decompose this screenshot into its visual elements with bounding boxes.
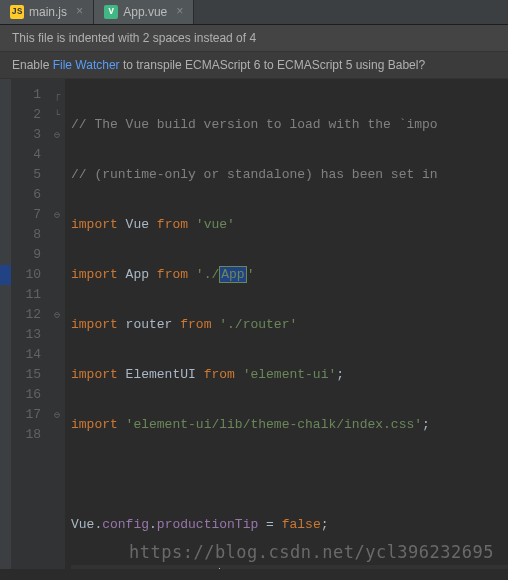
line-number[interactable]: 18: [17, 425, 41, 445]
file-watcher-notification-bar[interactable]: Enable File Watcher to transpile ECMAScr…: [0, 52, 508, 79]
tab-main-js[interactable]: JS main.js ×: [0, 0, 94, 24]
tab-app-vue[interactable]: V App.vue ×: [94, 0, 194, 24]
line-number[interactable]: 5: [17, 165, 41, 185]
selection-marker: [0, 265, 11, 285]
notification-prefix: Enable: [12, 58, 53, 72]
line-number[interactable]: 9: [17, 245, 41, 265]
code-line: import App from './App': [71, 265, 508, 285]
close-icon[interactable]: ×: [76, 5, 83, 19]
fold-marker-icon[interactable]: ⊖: [49, 405, 65, 425]
line-number[interactable]: 6: [17, 185, 41, 205]
line-number[interactable]: 14: [17, 345, 41, 365]
code-line: import 'element-ui/lib/theme-chalk/index…: [71, 415, 508, 435]
line-number-gutter: 1 2 3 4 5 6 7 8 9 10 11 12 13 14 15 16 1…: [11, 79, 49, 569]
close-icon[interactable]: ×: [176, 5, 183, 19]
line-number[interactable]: 17: [17, 405, 41, 425]
line-number[interactable]: 7: [17, 205, 41, 225]
notification-text: This file is indented with 2 spaces inst…: [12, 31, 256, 45]
editor-left-strip: [0, 79, 11, 569]
line-number[interactable]: 3: [17, 125, 41, 145]
fold-marker-icon[interactable]: └: [49, 105, 65, 125]
watermark-text: https://blog.csdn.net/ycl396232695: [129, 542, 494, 562]
fold-marker-icon[interactable]: ⊖: [49, 305, 65, 325]
tab-label: main.js: [29, 5, 67, 19]
code-line-current: Vue.use(ElementUI);: [71, 565, 508, 569]
code-line: import ElementUI from 'element-ui';: [71, 365, 508, 385]
notification-suffix: to transpile ECMAScript 6 to ECMAScript …: [120, 58, 425, 72]
code-editor[interactable]: 1 2 3 4 5 6 7 8 9 10 11 12 13 14 15 16 1…: [0, 79, 508, 569]
code-content[interactable]: // The Vue build version to load with th…: [65, 79, 508, 569]
code-line: // The Vue build version to load with th…: [71, 115, 508, 135]
line-number[interactable]: 10: [17, 265, 41, 285]
code-line: [71, 465, 508, 485]
fold-marker-icon[interactable]: ⊖: [49, 205, 65, 225]
code-line: import router from './router': [71, 315, 508, 335]
fold-marker-icon[interactable]: ┌: [49, 85, 65, 105]
code-line: // (runtime-only or standalone) has been…: [71, 165, 508, 185]
fold-gutter: ┌ └ ⊖ ⊖ ⊖ ⊖: [49, 79, 65, 569]
code-line: Vue.config.productionTip = false;: [71, 515, 508, 535]
line-number[interactable]: 15: [17, 365, 41, 385]
javascript-file-icon: JS: [10, 5, 24, 19]
file-watcher-link[interactable]: File Watcher: [53, 58, 120, 72]
text-cursor: [219, 568, 220, 569]
code-line: import Vue from 'vue': [71, 215, 508, 235]
fold-marker-icon[interactable]: ⊖: [49, 125, 65, 145]
vue-file-icon: V: [104, 5, 118, 19]
line-number[interactable]: 11: [17, 285, 41, 305]
line-number[interactable]: 4: [17, 145, 41, 165]
indent-notification-bar[interactable]: This file is indented with 2 spaces inst…: [0, 25, 508, 52]
line-number[interactable]: 8: [17, 225, 41, 245]
line-number[interactable]: 12: [17, 305, 41, 325]
editor-tabs: JS main.js × V App.vue ×: [0, 0, 508, 25]
line-number[interactable]: 2: [17, 105, 41, 125]
tab-label: App.vue: [123, 5, 167, 19]
line-number[interactable]: 13: [17, 325, 41, 345]
line-number[interactable]: 16: [17, 385, 41, 405]
line-number[interactable]: 1: [17, 85, 41, 105]
